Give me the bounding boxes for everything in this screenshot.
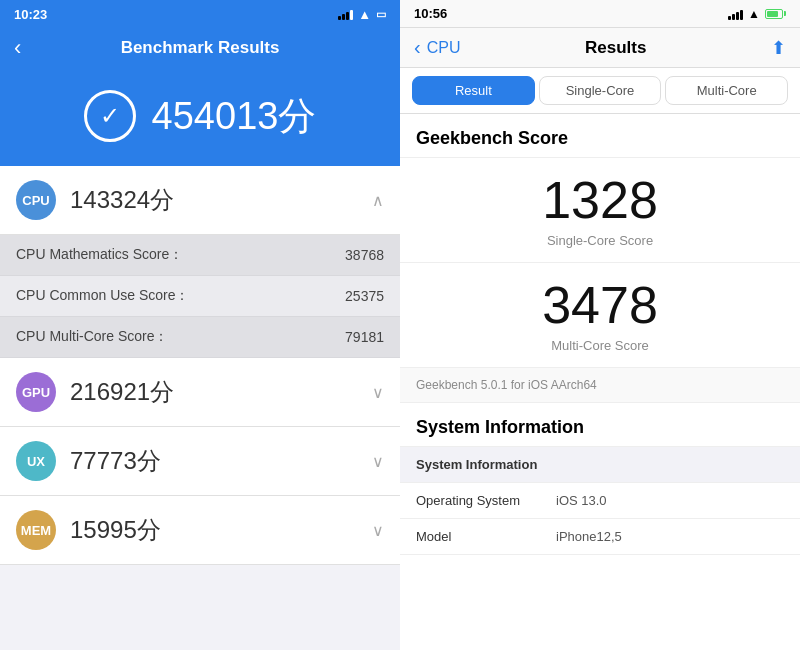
cpu-score: 143324分	[70, 184, 372, 216]
mem-icon: MEM	[16, 510, 56, 550]
right-time: 10:56	[414, 6, 447, 21]
sys-info-os-row: Operating System iOS 13.0	[400, 483, 800, 519]
tab-result[interactable]: Result	[412, 76, 535, 105]
sys-info-title: System Information	[400, 403, 800, 447]
cpu-common-value: 25375	[345, 288, 384, 304]
cpu-category-row[interactable]: CPU 143324分 ∧	[0, 166, 400, 235]
right-status-bar: 10:56 ▲	[400, 0, 800, 28]
left-header: ‹ Benchmark Results	[0, 28, 400, 72]
battery-icon-left: ▭	[376, 8, 386, 21]
cpu-math-value: 38768	[345, 247, 384, 263]
multi-core-block: 3478 Multi-Core Score	[400, 263, 800, 368]
mem-chevron: ∨	[372, 521, 384, 540]
left-header-title: Benchmark Results	[121, 38, 280, 58]
right-battery-icon	[765, 9, 786, 19]
gpu-category-row[interactable]: GPU 216921分 ∨	[0, 358, 400, 427]
total-score: 454013分	[152, 91, 317, 142]
right-header: ‹ CPU Results ⬆	[400, 28, 800, 68]
ux-score: 77773分	[70, 445, 372, 477]
cpu-multi-value: 79181	[345, 329, 384, 345]
left-items: CPU 143324分 ∧ CPU Mathematics Score： 387…	[0, 166, 400, 650]
tabs-row: Result Single-Core Multi-Core	[400, 68, 800, 114]
tab-multi-core[interactable]: Multi-Core	[665, 76, 788, 105]
sys-info-model-value: iPhone12,5	[556, 529, 622, 544]
single-core-block: 1328 Single-Core Score	[400, 158, 800, 263]
gpu-score: 216921分	[70, 376, 372, 408]
sys-info-header-row: System Information	[400, 447, 800, 483]
cpu-multi-label: CPU Multi-Core Score：	[16, 328, 168, 346]
left-status-bar: 10:23 ▲ ▭	[0, 0, 400, 28]
wifi-icon: ▲	[358, 7, 371, 22]
sys-info-model-label: Model	[416, 529, 556, 544]
cpu-math-label: CPU Mathematics Score：	[16, 246, 183, 264]
multi-core-label: Multi-Core Score	[416, 338, 784, 353]
left-time: 10:23	[14, 7, 47, 22]
geekbench-version: Geekbench 5.0.1 for iOS AArch64	[400, 368, 800, 403]
sys-info-header-label: System Information	[416, 457, 556, 472]
tab-single-core[interactable]: Single-Core	[539, 76, 662, 105]
single-core-number: 1328	[416, 172, 784, 229]
mem-score: 15995分	[70, 514, 372, 546]
right-back-chevron: ‹	[414, 36, 421, 59]
sys-info-model-row: Model iPhone12,5	[400, 519, 800, 555]
left-panel: 10:23 ▲ ▭ ‹ Benchmark Results ✓ 454013分 …	[0, 0, 400, 650]
score-section: ✓ 454013分	[0, 72, 400, 166]
right-panel: 10:56 ▲ ‹ CPU Results ⬆ Resu	[400, 0, 800, 650]
share-button[interactable]: ⬆	[771, 37, 786, 59]
cpu-common-label: CPU Common Use Score：	[16, 287, 190, 305]
cpu-math-row: CPU Mathematics Score： 38768	[0, 235, 400, 276]
back-button[interactable]: ‹	[14, 35, 21, 61]
multi-core-number: 3478	[416, 277, 784, 334]
right-wifi-icon: ▲	[748, 7, 760, 21]
signal-icon	[338, 8, 353, 20]
single-core-label: Single-Core Score	[416, 233, 784, 248]
cpu-chevron: ∧	[372, 191, 384, 210]
gpu-icon: GPU	[16, 372, 56, 412]
right-status-icons: ▲	[728, 7, 786, 21]
ux-category-row[interactable]: UX 77773分 ∨	[0, 427, 400, 496]
ux-chevron: ∨	[372, 452, 384, 471]
sys-info-os-label: Operating System	[416, 493, 556, 508]
right-signal-icon	[728, 8, 743, 20]
right-header-title: Results	[460, 38, 771, 58]
cpu-icon: CPU	[16, 180, 56, 220]
sys-info-table: System Information Operating System iOS …	[400, 447, 800, 555]
ux-icon: UX	[16, 441, 56, 481]
right-back-label: CPU	[427, 39, 461, 57]
gpu-chevron: ∨	[372, 383, 384, 402]
cpu-common-row: CPU Common Use Score： 25375	[0, 276, 400, 317]
mem-category-row[interactable]: MEM 15995分 ∨	[0, 496, 400, 565]
geekbench-title: Geekbench Score	[400, 114, 800, 158]
left-status-icons: ▲ ▭	[338, 7, 386, 22]
right-back-area[interactable]: ‹ CPU	[414, 36, 460, 59]
right-content: Geekbench Score 1328 Single-Core Score 3…	[400, 114, 800, 650]
cpu-multi-row: CPU Multi-Core Score： 79181	[0, 317, 400, 358]
sys-info-os-value: iOS 13.0	[556, 493, 607, 508]
check-circle: ✓	[84, 90, 136, 142]
cpu-details: CPU Mathematics Score： 38768 CPU Common …	[0, 235, 400, 358]
check-icon: ✓	[100, 102, 120, 130]
